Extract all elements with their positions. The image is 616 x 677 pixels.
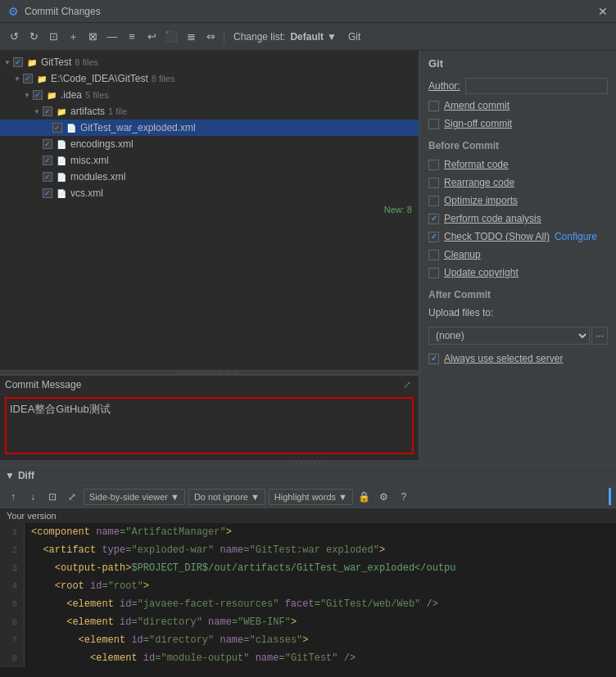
expand-button[interactable]: ⤢ bbox=[401, 378, 414, 391]
ignore-label: Do not ignore bbox=[194, 492, 248, 502]
diff-collapse-arrow[interactable]: ▼ bbox=[5, 470, 15, 481]
tree-item-vcs[interactable]: ▶ ✓ 📄 vcs.xml bbox=[0, 185, 419, 201]
line-content: <root id="root"> bbox=[25, 577, 616, 595]
add-btn[interactable]: ＋ bbox=[64, 28, 82, 46]
commit-message-label: Commit Message bbox=[5, 379, 81, 390]
reformat-checkbox[interactable] bbox=[428, 160, 439, 170]
line-number: 4 bbox=[0, 577, 25, 595]
tree-label: vcs.xml bbox=[70, 187, 103, 199]
update-copyright-row[interactable]: Update copyright bbox=[428, 266, 608, 279]
amend-label: Amend commit bbox=[444, 100, 510, 111]
prev-change-btn[interactable]: ↑ bbox=[5, 489, 21, 505]
tree-item-misc[interactable]: ▶ ✓ 📄 misc.xml bbox=[0, 152, 419, 169]
back-btn[interactable]: ↩ bbox=[143, 28, 161, 46]
menu-btn[interactable]: ≣ bbox=[182, 28, 200, 46]
signoff-commit-row[interactable]: Sign-off commit bbox=[428, 117, 608, 130]
minus-btn[interactable]: — bbox=[103, 28, 121, 46]
code-analysis-checkbox[interactable]: ✓ bbox=[428, 214, 439, 224]
signoff-label: Sign-off commit bbox=[444, 118, 512, 129]
line-content: <element id="directory" name="classes"> bbox=[25, 631, 616, 649]
tree-label: E:\Code_IDEA\GitTest bbox=[51, 73, 148, 84]
file-count: 8 files bbox=[75, 57, 98, 67]
list-btn[interactable]: ≡ bbox=[123, 28, 141, 46]
tree-item-gittest[interactable]: ▼ ✓ 📁 GitTest 8 files bbox=[0, 54, 419, 70]
update-copyright-checkbox[interactable] bbox=[428, 268, 439, 278]
highlight-dropdown[interactable]: Highlight words ▼ bbox=[269, 489, 353, 505]
folder-icon: 📁 bbox=[26, 56, 38, 68]
close-button[interactable]: ✕ bbox=[596, 5, 609, 18]
tree-item-war-xml[interactable]: ▶ ✓ 📄 GitTest_war_exploded.xml bbox=[0, 120, 419, 136]
refresh-btn[interactable]: ↺ bbox=[5, 28, 23, 46]
copy-diff-btn[interactable]: ⊡ bbox=[44, 489, 61, 505]
split-btn[interactable]: ⇔ bbox=[202, 28, 220, 46]
tree-item-idea[interactable]: ▼ ✓ 📁 .idea 5 files bbox=[0, 87, 419, 103]
view-btn[interactable]: ⬛ bbox=[162, 28, 180, 46]
left-panel: ▼ ✓ 📁 GitTest 8 files ▼ ✓ 📁 E:\Code_IDEA… bbox=[0, 51, 419, 460]
line-content: <element id="javaee-facet-resources" fac… bbox=[25, 595, 616, 613]
upload-select[interactable]: (none) bbox=[428, 327, 590, 345]
tree-label: GitTest bbox=[41, 56, 71, 68]
line-number: 8 bbox=[0, 649, 25, 667]
git-panel: Git Author: Amend commit Sign-off commit… bbox=[419, 51, 616, 460]
configure-link[interactable]: Configure bbox=[555, 231, 597, 242]
settings-icon[interactable]: ⚙ bbox=[376, 489, 392, 505]
tree-item-artifacts[interactable]: ▼ ✓ 📁 artifacts 1 file bbox=[0, 103, 419, 120]
separator-1 bbox=[224, 29, 224, 44]
version-label: Your version bbox=[0, 508, 616, 523]
reformat-label: Reformat code bbox=[444, 159, 509, 170]
checkbox[interactable]: ✓ bbox=[43, 139, 52, 149]
checkbox[interactable]: ✓ bbox=[43, 172, 52, 182]
xml-file-icon: 📄 bbox=[66, 122, 77, 133]
commit-message-input[interactable]: IDEA整合GitHub测试 bbox=[5, 397, 414, 454]
rearrange-row[interactable]: Rearrange code bbox=[428, 176, 608, 189]
rearrange-label: Rearrange code bbox=[444, 177, 514, 188]
redo-btn[interactable]: ↻ bbox=[25, 28, 43, 46]
diff-section: · · · · · · · · ▼ Diff ↑ ↓ ⊡ ⤢ Side-by-s… bbox=[0, 460, 616, 677]
checkbox[interactable]: ✓ bbox=[23, 74, 33, 83]
tree-item-modules[interactable]: ▶ ✓ 📄 modules.xml bbox=[0, 169, 419, 185]
remove-btn[interactable]: ⊠ bbox=[84, 28, 102, 46]
checkbox[interactable]: ✓ bbox=[52, 123, 62, 133]
amend-commit-row[interactable]: Amend commit bbox=[428, 99, 608, 112]
checkbox[interactable]: ✓ bbox=[43, 106, 52, 116]
line-number: 5 bbox=[0, 595, 25, 613]
amend-checkbox[interactable] bbox=[428, 101, 439, 111]
cleanup-label: Cleanup bbox=[444, 249, 481, 260]
checkin-btn[interactable]: ⊡ bbox=[44, 28, 62, 46]
always-use-checkbox[interactable]: ✓ bbox=[428, 354, 439, 364]
checkbox[interactable]: ✓ bbox=[43, 156, 52, 165]
tree-item-path[interactable]: ▼ ✓ 📁 E:\Code_IDEA\GitTest 8 files bbox=[0, 70, 419, 87]
always-use-row[interactable]: ✓ Always use selected server bbox=[428, 353, 608, 364]
checkbox[interactable]: ✓ bbox=[43, 188, 52, 198]
expand-diff-btn[interactable]: ⤢ bbox=[64, 489, 80, 505]
ignore-dropdown[interactable]: Do not ignore ▼ bbox=[188, 489, 265, 505]
author-input[interactable] bbox=[465, 78, 608, 94]
optimize-checkbox[interactable] bbox=[428, 196, 439, 206]
changelist-dropdown[interactable]: ▼ bbox=[327, 31, 337, 43]
line-content: <element id="module-output" name="GitTes… bbox=[25, 649, 616, 667]
expand-arrow: ▼ bbox=[13, 74, 21, 83]
window-title: Commit Changes bbox=[25, 6, 101, 17]
dropdown-more-btn[interactable]: ··· bbox=[591, 327, 608, 345]
highlight-label: Highlight words bbox=[274, 492, 336, 502]
upload-dropdown-row: (none) ··· bbox=[428, 327, 608, 345]
viewer-dropdown[interactable]: Side-by-side viewer ▼ bbox=[84, 489, 185, 505]
reformat-row[interactable]: Reformat code bbox=[428, 158, 608, 171]
signoff-checkbox[interactable] bbox=[428, 119, 439, 129]
next-change-btn[interactable]: ↓ bbox=[25, 489, 41, 505]
tree-item-encodings[interactable]: ▶ ✓ 📄 encodings.xml bbox=[0, 136, 419, 152]
cleanup-checkbox[interactable] bbox=[428, 250, 439, 260]
new-badge: New: 8 bbox=[384, 205, 412, 214]
help-icon[interactable]: ? bbox=[396, 489, 412, 505]
cleanup-row[interactable]: Cleanup bbox=[428, 248, 608, 261]
checkbox[interactable]: ✓ bbox=[33, 90, 43, 100]
code-line-3: 3 <output-path>$PROJECT_DIR$/out/artifac… bbox=[0, 559, 616, 577]
check-todo-checkbox[interactable]: ✓ bbox=[428, 232, 439, 242]
rearrange-checkbox[interactable] bbox=[428, 178, 439, 188]
optimize-row[interactable]: Optimize imports bbox=[428, 194, 608, 207]
checkbox[interactable]: ✓ bbox=[13, 57, 23, 67]
code-analysis-row[interactable]: ✓ Perform code analysis bbox=[428, 212, 608, 225]
line-content: <output-path>$PROJECT_DIR$/out/artifacts… bbox=[25, 559, 616, 577]
check-todo-row[interactable]: ✓ Check TODO (Show All) Configure bbox=[428, 230, 608, 243]
lock-icon[interactable]: 🔒 bbox=[356, 489, 373, 505]
